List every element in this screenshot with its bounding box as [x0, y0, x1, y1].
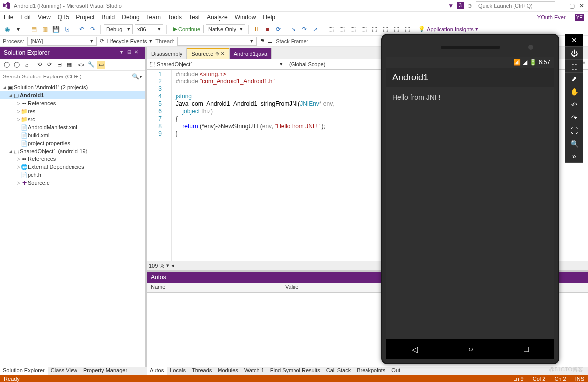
- se-sync-icon[interactable]: ⟲: [35, 61, 43, 69]
- tb-icon-5[interactable]: ⬚: [370, 25, 379, 34]
- tb-icon-2[interactable]: ⬚: [337, 25, 346, 34]
- bt-solution-explorer[interactable]: Solution Explorer: [0, 367, 48, 375]
- emu-fit-icon[interactable]: ⛶: [565, 124, 583, 137]
- tree-references-1[interactable]: ▷▪▪References: [0, 99, 145, 107]
- menu-edit[interactable]: Edit: [20, 14, 31, 21]
- back-nav-icon[interactable]: ◁: [412, 345, 418, 354]
- fwd-button[interactable]: ▾: [14, 25, 23, 34]
- emu-close-icon[interactable]: ✕: [565, 34, 583, 47]
- se-code-icon[interactable]: <>: [77, 61, 85, 69]
- emu-single-icon[interactable]: ⬚: [565, 60, 583, 73]
- tree-pch[interactable]: 📄pch.h: [0, 171, 145, 179]
- outline-margin[interactable]: [165, 70, 171, 261]
- tree-buildxml[interactable]: 📄build.xml: [0, 131, 145, 139]
- debug-mode-dropdown[interactable]: Native Only▾: [206, 24, 245, 34]
- filter-icon[interactable]: ▼: [448, 2, 454, 9]
- tab-disassembly[interactable]: Disassembly: [147, 48, 187, 59]
- scope-dropdown[interactable]: ⬚SharedObject1▾: [147, 59, 286, 69]
- tab-close-icon[interactable]: ✕: [221, 51, 225, 56]
- notification-badge[interactable]: 3: [457, 2, 464, 9]
- restart-button[interactable]: ⟳: [274, 25, 283, 34]
- new-project-button[interactable]: ▤: [29, 25, 38, 34]
- menu-analyze[interactable]: Analyze: [207, 14, 228, 21]
- user-name[interactable]: YOuth Ever: [537, 14, 566, 20]
- tree-projprops[interactable]: 📄project.properties: [0, 139, 145, 147]
- se-home-icon[interactable]: ⌂: [23, 61, 31, 69]
- se-preview-icon[interactable]: ▭: [97, 61, 105, 69]
- emu-touch-icon[interactable]: ✋: [565, 85, 583, 98]
- emu-zoom-icon[interactable]: 🔍: [565, 137, 583, 150]
- tb-icon-7[interactable]: ⬚: [392, 25, 401, 34]
- tree-project-android1[interactable]: ◢▢Android1: [0, 91, 145, 99]
- bt-breakpoints[interactable]: Breakpoints: [354, 367, 388, 375]
- tree-external-deps[interactable]: ▷🌐External Dependencies: [0, 163, 145, 171]
- se-collapse-icon[interactable]: ⊟: [55, 61, 63, 69]
- col-name[interactable]: Name: [147, 283, 281, 292]
- menu-file[interactable]: File: [4, 14, 13, 21]
- panel-pin-icon[interactable]: ⊟: [127, 49, 134, 56]
- home-nav-icon[interactable]: ○: [468, 345, 473, 354]
- tb-icon-8[interactable]: ⬚: [403, 25, 412, 34]
- emulator-screen[interactable]: 📶 ◢ 🔋 6:57 Android1 Hello from JNI ! ◁ ○…: [386, 57, 554, 359]
- app-insights-button[interactable]: 💡Application Insights▾: [418, 26, 478, 32]
- quick-launch-input[interactable]: [476, 1, 555, 10]
- menu-build[interactable]: Build: [102, 14, 115, 21]
- thread-dropdown[interactable]: ▾: [177, 37, 257, 46]
- recent-nav-icon[interactable]: □: [524, 345, 529, 354]
- bt-threads[interactable]: Threads: [189, 367, 215, 375]
- tab-sourcec[interactable]: Source.c⊕✕: [187, 48, 229, 59]
- continue-button[interactable]: ▶Continue: [170, 25, 204, 33]
- tab-android1java[interactable]: Android1.java: [229, 48, 272, 59]
- bt-call-stack[interactable]: Call Stack: [323, 367, 354, 375]
- emu-pointer-icon[interactable]: ⬈: [565, 73, 583, 85]
- menu-help[interactable]: Help: [263, 14, 275, 21]
- search-icon[interactable]: 🔍: [132, 73, 139, 80]
- bt-output[interactable]: Out: [388, 367, 403, 375]
- solution-explorer-search-input[interactable]: [3, 72, 132, 81]
- tree-sourcec[interactable]: ▷✚Source.c: [0, 179, 145, 187]
- redo-button[interactable]: ↷: [88, 25, 97, 34]
- lifecycle-icon[interactable]: ⟳: [100, 38, 104, 44]
- emu-rotate-left-icon[interactable]: ↶: [565, 98, 583, 111]
- process-dropdown[interactable]: [N/A]▾: [27, 37, 97, 46]
- break-all-button[interactable]: ⏸: [252, 25, 261, 34]
- emu-more-icon[interactable]: »: [565, 150, 583, 163]
- step-over-button[interactable]: ↷: [300, 25, 309, 34]
- bt-modules[interactable]: Modules: [215, 367, 241, 375]
- platform-dropdown[interactable]: x86▾: [135, 24, 163, 34]
- user-badge[interactable]: YE: [575, 14, 584, 21]
- save-all-button[interactable]: ⎘: [62, 25, 71, 34]
- bt-find-symbol[interactable]: Find Symbol Results: [267, 367, 323, 375]
- tree-res[interactable]: ▷📁res: [0, 107, 145, 115]
- open-button[interactable]: ▥: [40, 25, 49, 34]
- tb-icon-3[interactable]: ⬚: [348, 25, 357, 34]
- minimize-button[interactable]: —: [558, 2, 565, 9]
- emu-rotate-right-icon[interactable]: ↷: [565, 111, 583, 124]
- se-fwd-icon[interactable]: ◯: [13, 61, 21, 69]
- flag-icon[interactable]: ⚑: [260, 38, 265, 44]
- panel-close-icon[interactable]: ✕: [134, 49, 141, 56]
- step-out-button[interactable]: ↗: [311, 25, 320, 34]
- bt-class-view[interactable]: Class View: [48, 367, 80, 375]
- menu-window[interactable]: Window: [235, 14, 256, 21]
- save-button[interactable]: 💾: [51, 25, 60, 34]
- close-button[interactable]: ✕: [578, 2, 585, 9]
- bt-locals[interactable]: Locals: [167, 367, 189, 375]
- bt-autos[interactable]: Autos: [147, 367, 167, 375]
- back-button[interactable]: ◉: [3, 25, 12, 34]
- tb-icon-6[interactable]: ⬚: [381, 25, 390, 34]
- bt-property-manager[interactable]: Property Manager: [80, 367, 130, 375]
- zoom-level[interactable]: 109 %: [149, 263, 164, 269]
- tree-manifest[interactable]: 📄AndroidManifest.xml: [0, 123, 145, 131]
- se-refresh-icon[interactable]: ⟳: [45, 61, 53, 69]
- menu-team[interactable]: Team: [147, 14, 161, 21]
- tree-solution[interactable]: ◢▣Solution 'Android1' (2 projects): [0, 83, 145, 91]
- bt-watch1[interactable]: Watch 1: [241, 367, 267, 375]
- tab-pin-icon[interactable]: ⊕: [215, 51, 219, 56]
- menu-view[interactable]: View: [38, 14, 51, 21]
- lifecycle-label[interactable]: Lifecycle Events: [107, 38, 147, 44]
- tree-references-2[interactable]: ▷▪▪References: [0, 155, 145, 163]
- tree-project-sharedobject1[interactable]: ◢⬚SharedObject1 (android-19): [0, 147, 145, 155]
- menu-debug[interactable]: Debug: [122, 14, 139, 21]
- menu-test[interactable]: Test: [189, 14, 200, 21]
